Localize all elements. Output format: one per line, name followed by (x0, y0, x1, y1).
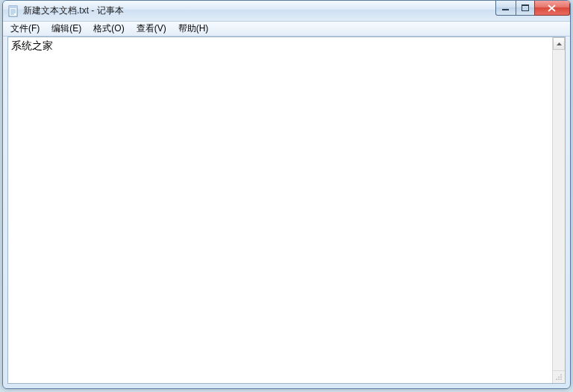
text-editor[interactable]: 系统之家 (8, 37, 552, 383)
titlebar[interactable]: 新建文本文档.txt - 记事本 (3, 1, 570, 22)
minimize-icon (502, 5, 510, 11)
window-controls (496, 1, 570, 16)
svg-point-13 (560, 374, 562, 376)
svg-point-16 (556, 379, 557, 380)
scroll-up-button[interactable] (553, 37, 565, 50)
menu-file[interactable]: 文件(F) (4, 21, 46, 37)
close-icon (548, 4, 557, 12)
svg-point-15 (560, 376, 562, 378)
editor-frame: 系统之家 (7, 37, 566, 384)
svg-point-17 (558, 379, 560, 380)
minimize-button[interactable] (495, 1, 516, 16)
svg-rect-1 (9, 6, 17, 8)
svg-rect-8 (522, 4, 529, 6)
menu-help[interactable]: 帮助(H) (172, 21, 215, 37)
scroll-track[interactable] (553, 50, 565, 370)
grip-icon (555, 373, 563, 381)
close-button[interactable] (534, 1, 570, 16)
svg-rect-6 (502, 9, 509, 10)
menu-edit[interactable]: 编辑(E) (46, 21, 87, 37)
svg-point-14 (558, 376, 560, 378)
svg-point-18 (560, 379, 562, 380)
window-title: 新建文本文档.txt - 记事本 (23, 4, 124, 17)
menu-format[interactable]: 格式(O) (87, 21, 130, 37)
chevron-up-icon (557, 42, 562, 45)
svg-marker-11 (557, 42, 562, 45)
resize-grip[interactable] (552, 370, 565, 383)
menu-view[interactable]: 查看(V) (131, 21, 172, 37)
notepad-icon (7, 5, 19, 17)
maximize-button[interactable] (516, 1, 535, 16)
notepad-window: 新建文本文档.txt - 记事本 文件(F) 编辑(E) 格式(O) 查看(V)… (2, 0, 571, 389)
maximize-icon (522, 4, 529, 11)
menubar: 文件(F) 编辑(E) 格式(O) 查看(V) 帮助(H) (3, 22, 570, 37)
vertical-scrollbar[interactable] (552, 37, 565, 383)
